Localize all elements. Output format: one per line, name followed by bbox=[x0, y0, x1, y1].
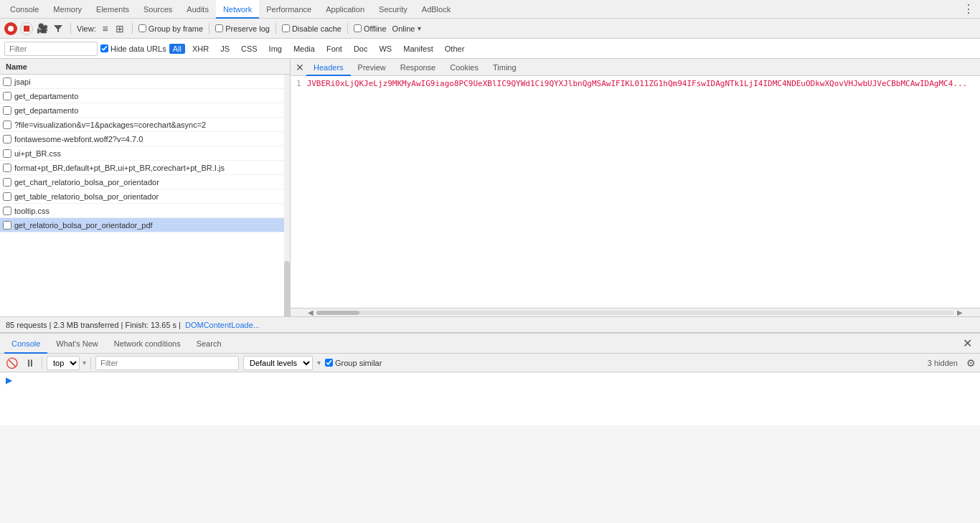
tab-console[interactable]: Console bbox=[3, 0, 46, 19]
filter-img[interactable]: Img bbox=[265, 44, 286, 54]
filter-font[interactable]: Font bbox=[322, 44, 347, 54]
hide-data-urls-checkbox[interactable] bbox=[100, 44, 108, 52]
list-item[interactable]: jsapi bbox=[0, 75, 290, 89]
console-tab-network-conditions[interactable]: Network conditions bbox=[107, 334, 188, 354]
stop-button[interactable]: ⏹ bbox=[20, 22, 33, 35]
network-toolbar: ⏹ 🎥 View: ≡ ⊞ Group by frame Preserve lo… bbox=[0, 19, 980, 39]
scroll-right-arrow[interactable]: ▶ bbox=[954, 308, 966, 316]
console-filter-input[interactable] bbox=[95, 356, 239, 370]
response-detail-panel: ✕ Headers Preview Response Cookies Timin… bbox=[291, 59, 980, 316]
list-item[interactable]: ?file=visualization&v=1&packages=corecha… bbox=[0, 118, 290, 132]
item-checkbox[interactable] bbox=[3, 135, 11, 143]
item-name: get_departamento bbox=[14, 92, 78, 100]
list-item[interactable]: format+pt_BR,default+pt_BR,ui+pt_BR,core… bbox=[0, 161, 290, 175]
tab-audits[interactable]: Audits bbox=[179, 0, 216, 19]
list-item[interactable]: ui+pt_BR.css bbox=[0, 146, 290, 161]
item-checkbox[interactable] bbox=[3, 106, 11, 115]
list-item[interactable]: fontawesome-webfont.woff2?v=4.7.0 bbox=[0, 132, 290, 146]
item-name: format+pt_BR,default+pt_BR,ui+pt_BR,core… bbox=[14, 164, 225, 172]
console-close-button[interactable]: ✕ bbox=[958, 336, 976, 350]
list-item-selected[interactable]: get_relatorio_bolsa_por_orientador_pdf bbox=[0, 218, 290, 232]
group-by-frame-label[interactable]: Group by frame bbox=[138, 24, 203, 33]
item-name: get_table_relatorio_bolsa_por_orientador bbox=[14, 192, 159, 201]
detail-tab-headers[interactable]: Headers bbox=[306, 59, 351, 76]
camera-button[interactable]: 🎥 bbox=[36, 22, 49, 35]
console-body: ▶ bbox=[0, 372, 980, 425]
list-scrollbar-thumb[interactable] bbox=[284, 261, 290, 316]
toolbar-separator-5 bbox=[347, 23, 348, 34]
console-tab-whats-new[interactable]: What's New bbox=[49, 334, 105, 354]
hide-data-urls-label[interactable]: Hide data URLs bbox=[100, 44, 166, 53]
filter-media[interactable]: Media bbox=[289, 44, 319, 54]
item-checkbox[interactable] bbox=[3, 121, 11, 129]
preserve-log-checkbox[interactable] bbox=[215, 24, 223, 32]
list-scrollbar-track bbox=[284, 75, 290, 316]
filter-other[interactable]: Other bbox=[440, 44, 469, 54]
preserve-log-label[interactable]: Preserve log bbox=[215, 24, 270, 33]
dom-content-loaded-link[interactable]: DOMContentLoade... bbox=[185, 321, 260, 329]
tab-elements[interactable]: Elements bbox=[89, 0, 136, 19]
close-detail-button[interactable]: ✕ bbox=[293, 61, 306, 74]
console-tab-search[interactable]: Search bbox=[189, 334, 229, 354]
item-name: tooltip.css bbox=[14, 207, 50, 215]
console-section: Console What's New Network conditions Se… bbox=[0, 332, 980, 425]
more-options-button[interactable]: ⋮ bbox=[960, 0, 977, 19]
detail-tab-cookies[interactable]: Cookies bbox=[443, 59, 486, 76]
filter-doc[interactable]: Doc bbox=[349, 44, 372, 54]
clear-console-button[interactable]: 🚫 bbox=[4, 357, 19, 369]
item-checkbox[interactable] bbox=[3, 92, 11, 100]
tab-memory[interactable]: Memory bbox=[46, 0, 89, 19]
filter-toggle-button[interactable] bbox=[52, 22, 65, 35]
list-item[interactable]: get_chart_relatorio_bolsa_por_orientador bbox=[0, 175, 290, 189]
context-select[interactable]: top bbox=[47, 356, 80, 370]
throttle-dropdown-arrow[interactable]: ▾ bbox=[418, 24, 421, 32]
item-checkbox[interactable] bbox=[3, 178, 11, 187]
tree-view-icon[interactable]: ⊞ bbox=[113, 22, 126, 35]
tab-network[interactable]: Network bbox=[216, 0, 259, 19]
tab-security[interactable]: Security bbox=[372, 0, 415, 19]
stop-on-exception-button[interactable]: ⏸ bbox=[23, 357, 37, 369]
all-filter-button[interactable]: All bbox=[169, 44, 185, 54]
offline-label[interactable]: Offline bbox=[354, 24, 387, 33]
list-item[interactable]: get_departamento bbox=[0, 103, 290, 118]
console-expand-arrow[interactable]: ▶ bbox=[6, 375, 12, 385]
tab-sources[interactable]: Sources bbox=[136, 0, 179, 19]
filter-js[interactable]: JS bbox=[216, 44, 234, 54]
group-by-frame-checkbox[interactable] bbox=[138, 24, 146, 32]
disable-cache-checkbox[interactable] bbox=[282, 24, 290, 32]
item-checkbox[interactable] bbox=[3, 207, 11, 215]
list-item[interactable]: get_table_relatorio_bolsa_por_orientador bbox=[0, 189, 290, 204]
detail-tab-preview[interactable]: Preview bbox=[351, 59, 393, 76]
item-name-selected: get_relatorio_bolsa_por_orientador_pdf bbox=[14, 221, 153, 230]
detail-tab-timing[interactable]: Timing bbox=[486, 59, 524, 76]
scrollbar-thumb[interactable] bbox=[316, 311, 359, 315]
filter-xhr[interactable]: XHR bbox=[188, 44, 213, 54]
filter-css[interactable]: CSS bbox=[237, 44, 262, 54]
record-button[interactable] bbox=[4, 22, 17, 35]
group-similar-checkbox[interactable] bbox=[325, 359, 333, 367]
scroll-left-arrow[interactable]: ◀ bbox=[305, 308, 316, 316]
filter-ws[interactable]: WS bbox=[374, 44, 396, 54]
tab-performance[interactable]: Performance bbox=[259, 0, 319, 19]
group-similar-label[interactable]: Group similar bbox=[325, 359, 382, 367]
list-item[interactable]: tooltip.css bbox=[0, 204, 290, 218]
console-settings-button[interactable]: ⚙ bbox=[966, 357, 976, 369]
offline-checkbox[interactable] bbox=[354, 24, 362, 32]
log-level-select[interactable]: Default levels bbox=[243, 356, 313, 370]
status-text: 85 requests | 2.3 MB transferred | Finis… bbox=[6, 321, 181, 329]
disable-cache-label[interactable]: Disable cache bbox=[282, 24, 341, 33]
tab-application[interactable]: Application bbox=[319, 0, 372, 19]
console-tab-console[interactable]: Console bbox=[4, 334, 47, 354]
filter-manifest[interactable]: Manifest bbox=[399, 44, 438, 54]
list-view-icon[interactable]: ≡ bbox=[99, 22, 112, 35]
item-checkbox-selected[interactable] bbox=[3, 221, 11, 230]
tab-adblock[interactable]: AdBlock bbox=[415, 0, 458, 19]
item-checkbox-jsapi[interactable] bbox=[3, 77, 11, 86]
list-item[interactable]: get_departamento bbox=[0, 89, 290, 103]
horizontal-scrollbar[interactable]: ◀ ▶ bbox=[291, 308, 980, 316]
filter-input[interactable] bbox=[4, 42, 98, 56]
detail-tab-response[interactable]: Response bbox=[393, 59, 443, 76]
item-checkbox[interactable] bbox=[3, 149, 11, 158]
item-checkbox[interactable] bbox=[3, 192, 11, 201]
item-checkbox[interactable] bbox=[3, 164, 11, 172]
